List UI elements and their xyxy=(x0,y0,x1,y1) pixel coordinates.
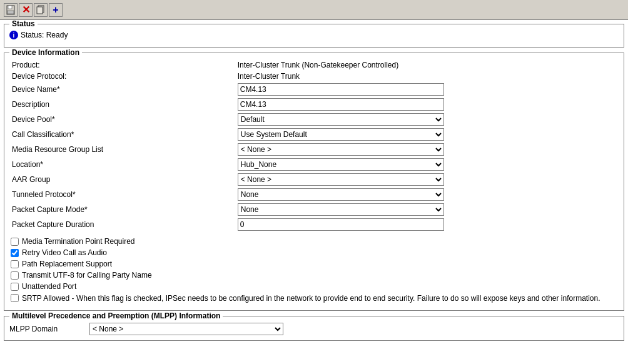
srtp-row: SRTP Allowed - When this flag is checked… xyxy=(11,292,619,305)
device-info-section: Device Information Product: Inter-Cluste… xyxy=(4,53,624,311)
info-icon: i xyxy=(9,31,18,39)
unattended-port-label: Unattended Port xyxy=(22,282,76,291)
copy-button[interactable] xyxy=(34,3,48,17)
device-protocol-value: Inter-Cluster Trunk xyxy=(235,71,619,82)
call-classification-select[interactable]: Use System Default xyxy=(238,128,444,141)
transmit-utf8-checkbox[interactable] xyxy=(11,271,19,280)
device-pool-select[interactable]: Default xyxy=(238,113,444,126)
retry-video-row: Retry Video Call as Audio xyxy=(11,247,619,258)
packet-capture-duration-label: Packet Capture Duration xyxy=(9,217,235,232)
media-termination-label: Media Termination Point Required xyxy=(22,237,135,246)
packet-capture-duration-row: Packet Capture Duration xyxy=(9,217,619,232)
packet-capture-mode-cell: None xyxy=(235,202,619,217)
retry-video-label: Retry Video Call as Audio xyxy=(22,248,107,257)
unattended-port-checkbox[interactable] xyxy=(11,283,19,291)
path-replacement-checkbox[interactable] xyxy=(11,260,19,268)
description-cell xyxy=(235,97,619,112)
tunneled-protocol-select[interactable]: None xyxy=(238,188,444,201)
tunneled-protocol-cell: None xyxy=(235,187,619,202)
device-name-input[interactable] xyxy=(238,83,444,96)
packet-capture-duration-input[interactable] xyxy=(238,218,444,231)
location-label: Location* xyxy=(9,157,235,172)
status-text: Status: Ready xyxy=(21,31,68,39)
device-name-cell xyxy=(235,82,619,97)
product-label: Product: xyxy=(9,59,235,71)
srtp-label: SRTP Allowed - When this flag is checked… xyxy=(22,293,600,304)
aar-group-label: AAR Group xyxy=(9,172,235,187)
svg-rect-2 xyxy=(8,11,14,14)
save-button[interactable] xyxy=(4,3,18,17)
main-content: Status i Status: Ready Device Informatio… xyxy=(0,20,628,364)
status-row: i Status: Ready xyxy=(9,28,619,42)
toolbar: ✕ + xyxy=(0,0,628,20)
svg-rect-4 xyxy=(37,7,43,14)
device-pool-cell: Default xyxy=(235,112,619,127)
add-button[interactable]: + xyxy=(49,3,63,17)
product-row: Product: Inter-Cluster Trunk (Non-Gateke… xyxy=(9,59,619,71)
aar-group-row: AAR Group < None > xyxy=(9,172,619,187)
device-pool-row: Device Pool* Default xyxy=(9,112,619,127)
mlpp-domain-row: MLPP Domain < None > xyxy=(9,323,619,335)
product-value: Inter-Cluster Trunk (Non-Gatekeeper Cont… xyxy=(235,59,619,71)
media-resource-select[interactable]: < None > xyxy=(238,143,444,156)
device-info-title: Device Information xyxy=(9,48,82,57)
transmit-utf8-label: Transmit UTF-8 for Calling Party Name xyxy=(22,271,152,280)
svg-rect-1 xyxy=(8,6,12,9)
media-termination-row: Media Termination Point Required xyxy=(11,236,619,247)
transmit-utf8-row: Transmit UTF-8 for Calling Party Name xyxy=(11,270,619,281)
srtp-checkbox[interactable] xyxy=(11,294,19,302)
unattended-port-row: Unattended Port xyxy=(11,281,619,292)
packet-capture-mode-row: Packet Capture Mode* None xyxy=(9,202,619,217)
mlpp-section: Multilevel Precedence and Preemption (ML… xyxy=(4,316,624,341)
description-input[interactable] xyxy=(238,98,444,111)
mlpp-domain-select[interactable]: < None > xyxy=(89,323,283,335)
description-label: Description xyxy=(9,97,235,112)
retry-video-checkbox[interactable] xyxy=(11,249,19,257)
path-replacement-row: Path Replacement Support xyxy=(11,258,619,270)
tunneled-protocol-row: Tunneled Protocol* None xyxy=(9,187,619,202)
packet-capture-mode-select[interactable]: None xyxy=(238,203,444,216)
call-classification-cell: Use System Default xyxy=(235,127,619,142)
path-replacement-label: Path Replacement Support xyxy=(22,260,112,268)
device-protocol-row: Device Protocol: Inter-Cluster Trunk xyxy=(9,71,619,82)
packet-capture-mode-label: Packet Capture Mode* xyxy=(9,202,235,217)
media-termination-checkbox[interactable] xyxy=(11,238,19,246)
call-classification-row: Call Classification* Use System Default xyxy=(9,127,619,142)
call-classification-label: Call Classification* xyxy=(9,127,235,142)
mlpp-domain-label: MLPP Domain xyxy=(9,325,84,333)
tunneled-protocol-label: Tunneled Protocol* xyxy=(9,187,235,202)
location-row: Location* Hub_None xyxy=(9,157,619,172)
mlpp-section-title: Multilevel Precedence and Preemption (ML… xyxy=(9,311,223,320)
device-name-label: Device Name* xyxy=(9,82,235,97)
location-cell: Hub_None xyxy=(235,157,619,172)
status-section-title: Status xyxy=(9,20,38,28)
device-info-table: Product: Inter-Cluster Trunk (Non-Gateke… xyxy=(9,59,619,232)
status-section: Status i Status: Ready xyxy=(4,24,624,48)
aar-group-cell: < None > xyxy=(235,172,619,187)
delete-button[interactable]: ✕ xyxy=(19,3,33,17)
packet-capture-duration-cell xyxy=(235,217,619,232)
media-resource-row: Media Resource Group List < None > xyxy=(9,142,619,157)
device-pool-label: Device Pool* xyxy=(9,112,235,127)
media-resource-label: Media Resource Group List xyxy=(9,142,235,157)
media-resource-cell: < None > xyxy=(235,142,619,157)
location-select[interactable]: Hub_None xyxy=(238,158,444,171)
aar-group-select[interactable]: < None > xyxy=(238,173,444,186)
description-row: Description xyxy=(9,97,619,112)
device-protocol-label: Device Protocol: xyxy=(9,71,235,82)
device-name-row: Device Name* xyxy=(9,82,619,97)
